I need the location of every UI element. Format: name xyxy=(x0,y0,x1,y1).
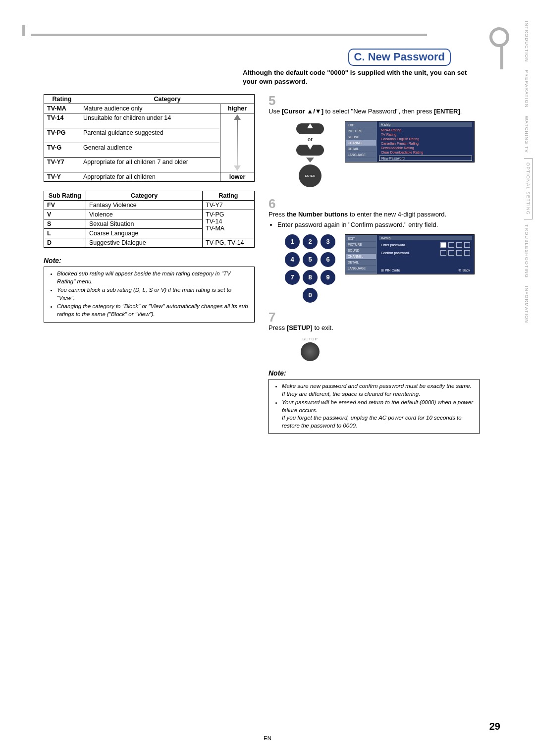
r-tvpg: TV-PG xyxy=(47,129,66,136)
note-a2: You cannot block a sub rating (D, L, S o… xyxy=(57,286,249,302)
sc-fv: Fantasy Violence xyxy=(86,201,203,210)
note-b2: Your password will be erased and return … xyxy=(282,399,474,430)
sr-l: L xyxy=(47,230,51,237)
num-6: 6 xyxy=(321,252,335,267)
tv-screen-b: EXIT PICTURE SOUND CHANNEL DETAIL LANGUA… xyxy=(345,234,475,274)
s5c: to select "New Password", then press xyxy=(323,108,434,115)
side-tabs: INTRODUCTION PREPARATION WATCHING TV OPT… xyxy=(524,18,535,328)
tab-prep: PREPARATION xyxy=(524,67,529,110)
s5a: Use xyxy=(268,108,282,115)
tvside-sound: SOUND xyxy=(346,134,376,140)
tv-screen-a: EXIT PICTURE SOUND CHANNEL DETAIL LANGUA… xyxy=(345,121,475,162)
tva-r2: Canadian English Rating xyxy=(379,137,472,141)
s7a: Press xyxy=(268,324,287,331)
sg-l: TV-MA xyxy=(206,225,251,232)
step-7-num: 7 xyxy=(268,311,282,324)
num-7: 7 xyxy=(285,270,300,285)
tva-r1: TV Rating xyxy=(379,132,472,137)
th-rating: Rating xyxy=(44,95,80,104)
tva-r0: MPAA Rating xyxy=(379,128,472,132)
r-tvma: TV-MA xyxy=(47,105,66,112)
tvb-back: Back xyxy=(462,269,470,272)
c-tvpg: Parental guidance suggested xyxy=(80,128,220,143)
th-subcat: Category xyxy=(86,191,203,201)
page-number: 29 xyxy=(489,721,500,732)
num-9: 9 xyxy=(321,270,335,285)
sc-s: Sexual Situation xyxy=(86,219,203,229)
s6c: to enter the new 4-digit password. xyxy=(348,211,446,218)
tvbside-lang: LANGUAGE xyxy=(346,266,376,271)
s6a: Press xyxy=(268,211,287,218)
label-lower: lower xyxy=(229,173,246,180)
c-tvy7: Appropriate for all children 7 and older xyxy=(80,158,220,172)
label-higher: higher xyxy=(228,105,247,112)
tvbside-exit: EXIT xyxy=(346,236,376,242)
sg-fv: TV-Y7 xyxy=(203,201,255,210)
tab-info: INFORMATION xyxy=(524,283,529,326)
s7c: to exit. xyxy=(313,324,333,331)
tva-r5: Clear Downloadable Rating xyxy=(379,150,472,155)
enter-button-icon: ENTER xyxy=(299,164,321,187)
s5e: . xyxy=(460,108,462,115)
num-2: 2 xyxy=(303,234,318,249)
setup-button-icon xyxy=(301,342,320,361)
tva-hdr: V-chip xyxy=(379,122,472,127)
num-3: 3 xyxy=(321,234,335,249)
step-6-num: 6 xyxy=(268,197,282,210)
subrating-table: Sub Rating Category Rating FVFantasy Vio… xyxy=(44,191,255,248)
step-6: 6 Press the Number buttons to enter the … xyxy=(268,197,480,229)
num-8: 8 xyxy=(303,270,318,285)
sg-v: TV-PG xyxy=(206,211,251,218)
sr-v: V xyxy=(47,211,51,218)
num-0: 0 xyxy=(303,288,318,303)
tva-box: New Password xyxy=(379,156,472,161)
sg-d: TV-PG, TV-14 xyxy=(203,238,255,248)
tvbside-detail: DETAIL xyxy=(346,260,376,266)
tvbside-pic: PICTURE xyxy=(346,242,376,248)
s6d: Enter password again in "Confirm passwor… xyxy=(277,220,465,229)
tvb-pin: PIN Code xyxy=(385,269,400,272)
tab-trouble: TROUBLESHOOTING xyxy=(524,221,529,281)
rating-table: Rating Category TV-MAMature audience onl… xyxy=(44,94,255,182)
note-a3: Changing the category to "Block" or "Vie… xyxy=(57,303,249,318)
header-rule xyxy=(31,34,427,36)
tvb-confirm: Confirm password. xyxy=(381,251,410,255)
s7b: [SETUP] xyxy=(287,324,313,331)
s5d: [ENTER] xyxy=(434,108,460,115)
section-title: C. New Password xyxy=(348,49,451,66)
tvb-hdr: V-chip xyxy=(379,236,472,240)
down-arrow-icon xyxy=(306,158,314,162)
tvside-detail: DETAIL xyxy=(346,146,376,152)
tvbside-channel: CHANNEL xyxy=(346,254,376,260)
sr-s: S xyxy=(47,220,51,227)
note-a1: Blocked sub rating will appear beside th… xyxy=(57,270,249,285)
header-circle-icon xyxy=(489,27,509,47)
tvb-enter: Enter password. xyxy=(381,243,406,247)
note-b-heading: Note: xyxy=(268,369,480,377)
arrow-up-icon xyxy=(234,114,241,120)
step-5: 5 Use [Cursor ▲/▼] to select "New Passwo… xyxy=(268,94,480,116)
note-a-heading: Note: xyxy=(44,257,255,265)
sr-d: D xyxy=(47,239,52,246)
c-tvg: General audience xyxy=(80,143,220,158)
step-5-num: 5 xyxy=(268,94,282,107)
tva-r3: Canadian French Rating xyxy=(379,141,472,146)
tab-watch: WATCHING TV xyxy=(524,113,529,156)
r-tv14: TV-14 xyxy=(47,114,63,121)
arrow-down-icon xyxy=(234,165,241,171)
sc-l: Coarse Language xyxy=(86,229,203,238)
page-lang: EN xyxy=(264,735,271,741)
cursor-up-icon xyxy=(296,123,324,134)
tab-intro: INTRODUCTION xyxy=(524,18,529,65)
setup-label: SETUP xyxy=(295,337,325,341)
sr-fv: FV xyxy=(47,202,55,209)
num-1: 1 xyxy=(285,234,300,249)
s5b: [Cursor ▲/▼] xyxy=(282,108,323,115)
c-tvy: Appropriate for all children xyxy=(80,172,220,182)
note-b1: Make sure new password and confirm passw… xyxy=(282,382,474,398)
th-category: Category xyxy=(80,95,255,104)
intro-text: Although the default code "0000" is supp… xyxy=(243,68,478,86)
or-label: or xyxy=(285,136,335,142)
tab-optional: OPTIONAL SETTING xyxy=(524,158,533,219)
s6b: the Number buttons xyxy=(287,211,348,218)
